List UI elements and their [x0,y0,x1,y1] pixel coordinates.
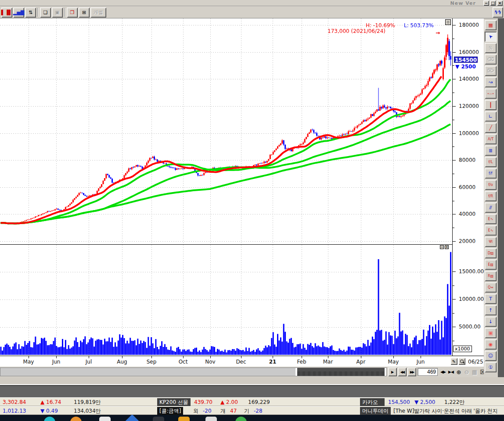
horizontal-segment-icon[interactable]: •—• [485,89,497,99]
taskbar-app-white2-icon[interactable] [205,417,217,421]
zoom-in-icon[interactable]: ⊕ [455,367,462,376]
news-headline[interactable]: [The W]발가락 사이·운전석 아래 '몰카 천지 [393,407,504,415]
grid-toggle-icon[interactable]: ▦ [471,367,478,376]
edit-pencil-button[interactable]: ✎ [450,358,457,365]
pattern-d-icon[interactable]: D▨ [485,248,497,258]
number-marker-icon: ① [489,364,493,370]
chart-scrollbar-thumb[interactable] [295,368,386,376]
step-back-button[interactable]: ◀◀ [398,367,407,376]
pitchfork-icon[interactable]: ΨΙ [485,237,497,247]
volume-minimize-button[interactable]: − [440,245,444,249]
time-tick [122,356,122,358]
fibo-retrace-icon[interactable]: f/R [485,191,497,201]
volume-chart[interactable] [0,245,452,356]
toolbar-separator [64,8,65,17]
diagonal-line-icon[interactable]: ╱ [485,123,497,133]
stock-name-label: 카카오 [360,398,385,406]
price-axis-label: 160000 [459,49,479,55]
trendline-chart-icon[interactable]: ↝ [485,77,497,87]
peak-price-annotation: 173,000 (2021/06/24) [328,28,385,34]
title-bar: New Ver − □ × [0,0,504,6]
price-tick [453,39,454,39]
price-tick [453,228,454,228]
kospi-volume: 119,819만 [74,398,101,406]
kosdaq-change: ▼ 0.49 [40,407,58,415]
number-marker-icon[interactable]: ① [485,362,497,372]
zoom-search-button[interactable] [458,358,465,365]
taskbar-app-teal-icon[interactable] [44,417,55,421]
volume-unit-label: x1000 [453,346,472,352]
chart-report-icon[interactable]: ❐ [67,7,78,18]
taskbar-app-orange-icon[interactable] [70,417,82,421]
minimize-button[interactable]: − [483,0,489,6]
current-price-badge: 154500 [454,57,478,63]
elliott-wave-icon[interactable]: E∿ [485,214,497,224]
text-t-icon[interactable]: T [485,294,497,304]
price-tick [453,160,456,161]
pane-restore-button[interactable]: ▫ [445,19,451,25]
fit-range-button[interactable]: ▶◀ [447,367,454,376]
refresh-icon[interactable]: ϟϟ [493,7,503,18]
stock-volume: 1,222만 [444,398,464,406]
fibo-levels-icon[interactable]: f/L [485,157,497,167]
pattern-r-icon[interactable]: R▨ [485,271,497,281]
taskbar-app-green-icon[interactable] [235,417,247,421]
status-row-news: 1,012.13 ▼ 0.49 134,034만 [콜:금액] 외 -20 개 … [0,406,504,415]
arrow-up-icon[interactable]: ↑ [485,305,497,315]
smiley-icon[interactable]: ☺ [485,351,497,361]
parallel-lines-icon[interactable]: ⫻ [485,203,497,213]
stock-change: ▼ 2,500 [414,398,435,406]
multi-hline-icon[interactable]: ≣ [485,146,497,156]
volume-close-button[interactable]: × [445,245,449,249]
fan-lines-icon[interactable]: f/o [485,180,497,190]
volume-tick [453,271,456,272]
percent-tool-icon: ％ [488,45,493,51]
chart-scrollbar-track[interactable] [0,367,387,376]
last-date-label: 06/25 [468,359,483,365]
taskbar-app-white-icon[interactable] [99,417,111,421]
bar-count-input[interactable] [418,368,438,376]
vertical-segment-icon[interactable]: ┃ [485,100,497,110]
step-line-icon[interactable]: ∟ [485,111,497,121]
capture-icon[interactable]: ▣ [52,7,63,18]
sort-updown-icon[interactable]: ⇅ [25,7,36,18]
quote-list-icon[interactable]: Q≡ [485,282,497,293]
chart-type-candle-icon[interactable]: ▌▐▌ [1,7,12,18]
multi-hline-icon: ≣ [489,148,493,153]
maximize-button[interactable]: □ [490,0,496,6]
play-button[interactable]: ▶ [388,367,397,376]
percent-tool-icon[interactable]: ％ [485,43,497,53]
elliott-wave2-icon[interactable]: E∿ [485,225,497,235]
price-chart-pane[interactable]: H: -10.69% L: 503.73% 173,000 (2021/06/2… [0,18,453,244]
taskbar-app-dark-icon[interactable] [153,417,164,421]
text-note-icon[interactable]: A/T [485,134,497,144]
close-button[interactable]: × [497,0,503,6]
expand-range-button[interactable]: ◀▶ [439,367,446,376]
arrow-down-icon[interactable]: ↓ [485,317,497,327]
volume-chart-pane[interactable]: − × [0,244,453,356]
cursor-icon[interactable]: ➤ [485,32,497,42]
chart-settings-icon[interactable]: ▦ [485,20,497,30]
candlestick-chart[interactable] [0,18,452,244]
time-axis-label: Jun [52,359,61,365]
time-axis-label: Apr [356,359,366,365]
step-forward-button[interactable]: ▶▶ [407,367,416,376]
fibo-curve-icon[interactable]: f/f [485,168,497,178]
kospi-change: ▲ 16.74 [40,398,61,406]
erase-all-icon[interactable]: ⌦ [485,66,497,76]
eraser-icon[interactable]: ⌫ [485,54,497,64]
os-taskbar[interactable] [0,415,504,421]
pattern-e-icon[interactable]: E▨ [485,260,497,270]
square-marker-icon[interactable]: ▣ [485,328,497,338]
kp200-label: KP200 선물 [157,398,191,406]
taskbar-app-kakao-icon[interactable] [178,417,190,421]
grid-table-icon[interactable]: ⊞ [79,7,90,18]
circle-marker-icon: ◉ [489,342,493,347]
circle-marker-icon[interactable]: ◉ [485,339,497,350]
individual-button[interactable]: 개별 [90,7,106,18]
chart-type-bar-icon[interactable]: ▂▅▇ [13,7,24,18]
zoom-out-icon[interactable]: ⊖ [463,367,470,376]
taskbar-app-blue-icon[interactable] [124,415,140,421]
price-axis-label: 140000 [459,76,479,82]
new-document-icon[interactable]: ❏ [40,7,51,18]
